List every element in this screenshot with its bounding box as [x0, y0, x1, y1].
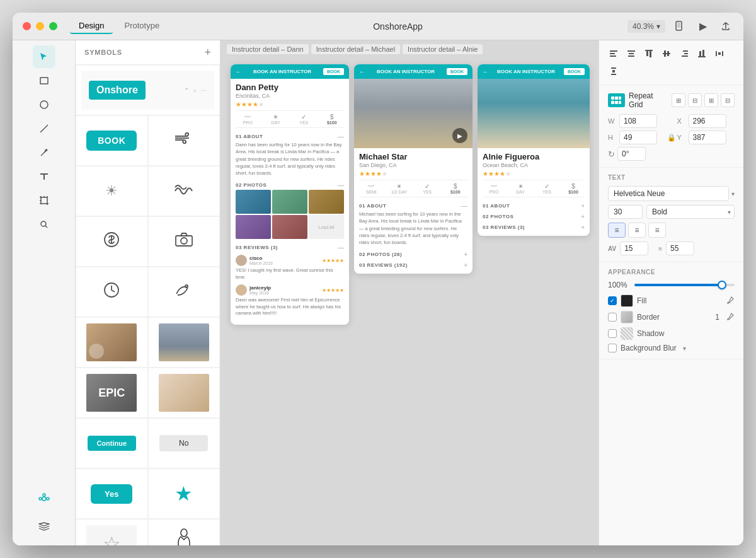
text-align-center-button[interactable]: ≡ — [628, 223, 646, 238]
breadcrumb-michael[interactable]: Instructor detail – Michael — [311, 44, 400, 54]
tab-prototype[interactable]: Prototype — [115, 18, 168, 34]
tool-pen[interactable] — [33, 141, 55, 164]
symbol-sun-icon[interactable]: ☀ — [76, 166, 148, 216]
symbol-dollar-icon[interactable] — [76, 216, 148, 267]
card-dann-book-button[interactable]: BOOK — [323, 68, 344, 75]
symbol-star[interactable]: ★ — [148, 468, 220, 519]
photo-item-2 — [272, 190, 307, 214]
shadow-checkbox[interactable] — [608, 329, 617, 338]
symbol-continue-btn[interactable]: Continue — [76, 418, 148, 468]
rg-action-3[interactable]: ⊞ — [704, 93, 718, 107]
text-align-left-button[interactable]: ≡ — [608, 223, 626, 238]
zoom-control[interactable]: 40.3% ▾ — [627, 20, 665, 33]
maximize-button[interactable] — [49, 22, 57, 30]
breadcrumb-alnie[interactable]: Instructor detail – Alnie — [403, 44, 483, 54]
lock-icon: 🔒 — [667, 134, 676, 142]
tool-zoom[interactable] — [33, 213, 55, 236]
symbol-woman[interactable] — [148, 368, 220, 418]
align-left-button[interactable] — [605, 45, 622, 62]
symbol-book-button[interactable]: BOOK — [76, 115, 148, 166]
card-michael-photos-header: 02 PHOTOS (28) + — [359, 248, 467, 259]
border-color-swatch[interactable] — [621, 311, 633, 323]
symbol-yes-btn[interactable]: Yes — [76, 468, 148, 519]
distribute-v-button[interactable] — [605, 63, 622, 79]
tab-design[interactable]: Design — [70, 18, 113, 34]
tool-line[interactable] — [33, 117, 55, 140]
tool-select[interactable] — [33, 45, 55, 68]
text-section-title: TEXT — [608, 174, 735, 181]
symbol-no-btn[interactable]: No — [148, 418, 220, 468]
width-input[interactable] — [619, 114, 657, 128]
opacity-slider[interactable] — [634, 284, 735, 286]
card-michael-book-button[interactable]: BOOK — [447, 68, 467, 75]
symbol-photo2[interactable] — [148, 317, 220, 368]
rg-action-1[interactable]: ⊞ — [672, 93, 685, 107]
load-more-button[interactable]: Load All — [309, 215, 344, 239]
line-height-input[interactable] — [666, 241, 694, 255]
tool-text[interactable] — [33, 165, 55, 188]
card-dann[interactable]: ← BOOK AN INSTRUCTOR BOOK ▶ Dann Petty E… — [231, 64, 349, 325]
symbol-photo1[interactable] — [76, 317, 148, 368]
align-middle-button[interactable] — [658, 45, 675, 62]
tool-layers[interactable] — [33, 515, 55, 538]
card-alnie-book-button[interactable]: BOOK — [564, 68, 585, 75]
y-input[interactable] — [689, 131, 726, 144]
appearance-section: APPEARANCE 100% Fill — [599, 262, 743, 359]
opacity-row: 100% — [608, 281, 735, 289]
font-weight-display[interactable]: Bold — [646, 205, 735, 219]
align-bottom-button[interactable] — [694, 45, 710, 62]
minimize-button[interactable] — [36, 22, 44, 30]
distribute-h-button[interactable] — [711, 45, 728, 62]
rg-action-2[interactable]: ⊟ — [688, 93, 702, 107]
symbol-surf-icon[interactable] — [148, 267, 220, 317]
fill-checkbox[interactable] — [608, 296, 617, 305]
tool-rectangle[interactable] — [33, 69, 55, 92]
symbol-star-outline[interactable]: ☆ — [76, 519, 148, 545]
device-preview-icon[interactable] — [673, 19, 688, 34]
bg-blur-checkbox[interactable] — [608, 344, 617, 352]
symbol-epic[interactable]: EPIC — [76, 368, 148, 418]
x-input[interactable] — [689, 114, 726, 128]
card-alnie[interactable]: ← BOOK AN INSTRUCTOR BOOK Alnie Figueroa… — [478, 64, 590, 236]
play-icon[interactable]: ▶ — [696, 19, 711, 34]
card-michael-header-text: BOOK AN INSTRUCTOR — [377, 69, 435, 74]
align-top-button[interactable] — [641, 45, 657, 62]
symbol-onshore-logo[interactable]: Onshore ⌃ ○ ⋯ — [76, 65, 220, 115]
card-dann-photos-header: 02 PHOTOS — — [236, 179, 344, 190]
card-michael[interactable]: ← BOOK AN INSTRUCTOR BOOK ▶ Michael Star… — [354, 64, 472, 274]
card-dann-photos-grid: Load All — [236, 190, 344, 239]
close-button[interactable] — [23, 22, 31, 30]
card-dann-reviews-header: 03 REVIEWS (3) — — [236, 241, 344, 252]
letter-spacing-input[interactable] — [620, 241, 648, 255]
symbols-add-button[interactable]: + — [204, 47, 211, 58]
weight-chevron-icon: ▾ — [728, 209, 731, 216]
shadow-swatch — [621, 327, 633, 340]
tool-artboard[interactable] — [33, 189, 55, 212]
rotation-input[interactable] — [617, 147, 646, 161]
height-input[interactable] — [619, 131, 657, 144]
breadcrumb-dann[interactable]: Instructor detail – Dann — [227, 44, 309, 54]
attr-price-a: $ $100 — [562, 183, 585, 194]
canvas-content: ← BOOK AN INSTRUCTOR BOOK ▶ Dann Petty E… — [220, 58, 598, 545]
symbol-clock-icon[interactable] — [76, 267, 148, 317]
symbol-wave-icon[interactable] — [148, 166, 220, 216]
play-button-michael[interactable]: ▶ — [452, 128, 467, 143]
border-eyedropper-icon[interactable] — [726, 312, 735, 323]
share-icon[interactable] — [718, 19, 733, 34]
symbol-wind-icon[interactable] — [148, 115, 220, 166]
border-value: 1 — [715, 313, 719, 322]
tool-components[interactable] — [33, 487, 55, 510]
align-center-button[interactable] — [623, 45, 639, 62]
rg-action-4[interactable]: ⊟ — [721, 93, 735, 107]
fill-eyedropper-icon[interactable] — [726, 296, 735, 306]
symbol-camera-icon[interactable] — [148, 216, 220, 267]
review-janice-name: janiceylp — [249, 285, 271, 291]
symbol-wetsuit[interactable] — [148, 519, 220, 545]
review-cisco-header: cisco March 2016 ★★★★★ — [236, 255, 344, 266]
font-size-input[interactable] — [608, 205, 643, 219]
fill-color-swatch[interactable] — [621, 294, 633, 307]
border-checkbox[interactable] — [608, 313, 617, 322]
tool-ellipse[interactable] — [33, 93, 55, 116]
align-right-button[interactable] — [676, 45, 692, 62]
text-align-right-button[interactable]: ≡ — [648, 223, 666, 238]
